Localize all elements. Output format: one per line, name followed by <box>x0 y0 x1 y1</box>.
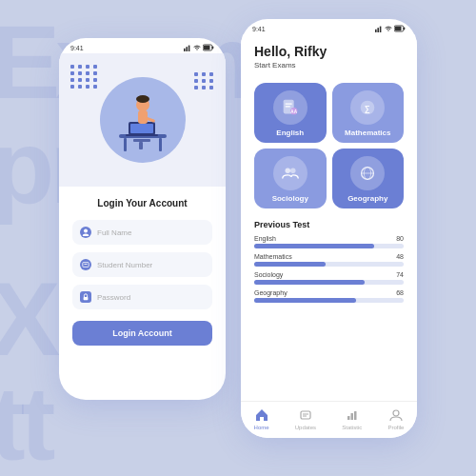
nav-statistic[interactable]: Statistic <box>342 407 362 430</box>
english-subject: English <box>254 235 276 242</box>
test-row-geography: Geography 68 <box>254 289 404 303</box>
password-placeholder: Password <box>97 293 130 302</box>
exam-card-sociology[interactable]: Sociology <box>254 149 327 208</box>
svg-rect-26 <box>395 27 402 31</box>
svg-rect-20 <box>84 264 87 265</box>
svg-rect-16 <box>133 139 150 142</box>
login-phone: 9:41 <box>59 38 226 400</box>
svg-rect-29 <box>285 103 291 104</box>
svg-point-36 <box>290 169 296 174</box>
svg-rect-4 <box>204 46 210 50</box>
login-form: Login Your Account Full Name Student Num… <box>59 187 226 400</box>
sociology-progress-fill <box>254 280 365 285</box>
svg-rect-2 <box>188 46 190 51</box>
test-row-math: Mathematics 48 <box>254 253 404 267</box>
svg-rect-17 <box>139 142 143 149</box>
sociology-progress-bg <box>254 280 404 285</box>
svg-point-35 <box>285 169 290 174</box>
status-bar-dashboard: 9:41 <box>241 19 417 34</box>
statistic-label: Statistic <box>342 425 362 430</box>
signal-icon-dash <box>375 25 383 32</box>
nav-profile[interactable]: Profile <box>387 407 404 430</box>
phones-container: 9:41 <box>59 38 417 438</box>
english-label: English <box>276 129 304 137</box>
svg-rect-40 <box>301 411 310 419</box>
battery-icon-dash <box>394 25 406 32</box>
geography-progress-bg <box>254 298 404 303</box>
time-dashboard: 9:41 <box>252 26 266 32</box>
geography-score: 68 <box>396 289 404 296</box>
bottom-nav: Home Updates Statistic Profile <box>241 401 417 438</box>
english-progress-fill <box>254 244 374 248</box>
previous-test-section: Previous Test English 80 Mathematics 48 <box>241 214 417 401</box>
exam-card-mathematics[interactable]: ∑ Mathematics <box>332 83 405 143</box>
geography-label: Geography <box>347 194 387 203</box>
time-login: 9:41 <box>70 45 84 51</box>
exam-card-geography[interactable]: Geography <box>332 149 405 208</box>
login-title: Login Your Account <box>72 198 212 208</box>
profile-label: Profile <box>387 425 404 430</box>
svg-rect-24 <box>380 27 382 32</box>
home-label: Home <box>254 425 269 430</box>
svg-rect-21 <box>84 297 89 300</box>
previous-test-title: Previous Test <box>254 220 404 229</box>
id-icon <box>80 259 91 270</box>
svg-rect-22 <box>375 30 377 32</box>
svg-rect-8 <box>159 138 162 151</box>
status-bar-login: 9:41 <box>59 38 226 53</box>
profile-icon <box>388 407 404 423</box>
svg-rect-11 <box>126 134 158 136</box>
dots-grid-left <box>70 65 98 89</box>
full-name-placeholder: Full Name <box>97 228 131 237</box>
svg-rect-1 <box>186 47 188 51</box>
svg-rect-44 <box>350 413 353 420</box>
english-icon: AA <box>280 97 301 118</box>
nav-updates[interactable]: Updates <box>295 407 316 430</box>
sociology-score: 74 <box>396 271 404 278</box>
updates-icon <box>298 407 313 423</box>
student-number-field[interactable]: Student Number <box>72 252 212 277</box>
wifi-icon-dash <box>385 25 392 32</box>
svg-rect-7 <box>124 138 127 151</box>
svg-rect-10 <box>130 124 153 133</box>
svg-rect-27 <box>404 28 406 30</box>
updates-label: Updates <box>295 425 316 430</box>
svg-rect-23 <box>377 28 379 32</box>
math-score: 48 <box>396 253 404 260</box>
svg-point-14 <box>136 95 149 103</box>
wifi-icon <box>193 44 201 51</box>
svg-text:AA: AA <box>290 109 297 114</box>
math-progress-fill <box>254 262 326 267</box>
svg-rect-30 <box>285 106 290 107</box>
math-progress-bg <box>254 262 404 267</box>
statistic-icon <box>345 407 360 423</box>
math-subject: Mathematics <box>254 253 292 260</box>
student-number-placeholder: Student Number <box>97 261 152 269</box>
illustration-area <box>59 53 226 187</box>
svg-rect-0 <box>184 49 186 51</box>
login-button[interactable]: Login Account <box>72 321 212 346</box>
svg-rect-43 <box>347 416 350 420</box>
english-score: 80 <box>396 235 404 242</box>
test-row-english: English 80 <box>254 235 404 248</box>
svg-text:∑: ∑ <box>365 105 370 113</box>
exam-grid: AA English ∑ Mathematics Sociology <box>241 83 417 214</box>
svg-rect-45 <box>354 411 357 420</box>
sociology-icon <box>280 163 301 184</box>
signal-icon <box>184 44 191 51</box>
geography-progress-fill <box>254 298 356 303</box>
test-row-sociology: Sociology 74 <box>254 271 404 285</box>
full-name-field[interactable]: Full Name <box>72 220 212 245</box>
student-illustration <box>105 82 181 158</box>
password-field[interactable]: Password <box>72 285 212 309</box>
svg-point-18 <box>84 228 88 232</box>
exam-card-english[interactable]: AA English <box>254 83 327 143</box>
svg-rect-5 <box>212 47 214 50</box>
dashboard-header: Hello, Rifky Start Exams <box>241 34 417 83</box>
geography-icon-circle <box>350 156 385 190</box>
battery-icon <box>203 44 214 51</box>
nav-home[interactable]: Home <box>254 407 269 430</box>
start-exams-label: Start Exams <box>254 61 404 69</box>
home-icon <box>254 407 269 423</box>
sociology-label: Sociology <box>272 194 308 203</box>
